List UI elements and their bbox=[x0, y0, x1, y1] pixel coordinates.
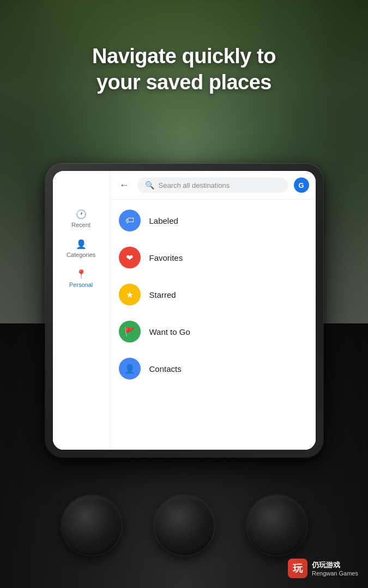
user-avatar[interactable]: G bbox=[294, 177, 309, 193]
search-input-wrapper[interactable]: 🔍 Search all destinations bbox=[137, 177, 288, 193]
favorites-label: Favorites bbox=[149, 253, 183, 262]
back-arrow-icon: ← bbox=[119, 180, 129, 191]
device-container: Erika-Mann-Straße 🕐 Recent 👤 Categories … bbox=[45, 163, 323, 457]
device-home-bar bbox=[162, 444, 206, 446]
list-item-favorites[interactable]: ❤ Favorites bbox=[110, 239, 316, 276]
dash-circle-left bbox=[62, 495, 122, 555]
search-icon: 🔍 bbox=[145, 181, 154, 189]
list-item-contacts[interactable]: 👤 Contacts bbox=[110, 350, 316, 387]
avatar-initial: G bbox=[298, 181, 304, 189]
sidebar-item-personal[interactable]: 📍 Personal bbox=[53, 264, 110, 293]
favorites-icon: ❤ bbox=[119, 247, 141, 268]
sidebar-recent-label: Recent bbox=[71, 222, 91, 228]
dashboard-circles bbox=[62, 495, 307, 555]
watermark-text: 仍玩游戏 Rengwan Games bbox=[312, 560, 358, 577]
starred-icon: ★ bbox=[119, 284, 141, 305]
watermark-line1: 仍玩游戏 bbox=[312, 560, 358, 570]
want-to-go-label: Want to Go bbox=[149, 327, 190, 336]
sidebar: 🕐 Recent 👤 Categories 📍 Personal bbox=[53, 171, 110, 450]
device-frame: Erika-Mann-Straße 🕐 Recent 👤 Categories … bbox=[45, 163, 323, 457]
sidebar-item-categories[interactable]: 👤 Categories bbox=[53, 234, 110, 264]
watermark-line2: Rengwan Games bbox=[312, 570, 358, 577]
sidebar-item-recent[interactable]: 🕐 Recent bbox=[53, 204, 110, 234]
dash-circle-right bbox=[247, 495, 307, 555]
search-bar-row: ← 🔍 Search all destinations G bbox=[110, 171, 316, 200]
back-button[interactable]: ← bbox=[117, 177, 132, 193]
title-text: Navigate quickly to your saved places bbox=[0, 44, 368, 95]
contacts-icon: 👤 bbox=[119, 358, 141, 379]
content-area: ← 🔍 Search all destinations G bbox=[110, 171, 316, 450]
sidebar-personal-label: Personal bbox=[69, 281, 93, 288]
device-screen: Erika-Mann-Straße 🕐 Recent 👤 Categories … bbox=[53, 171, 316, 450]
dash-circle-center bbox=[154, 495, 214, 555]
personal-icon: 📍 bbox=[76, 269, 87, 279]
sidebar-categories-label: Categories bbox=[67, 252, 95, 258]
title-line2: your saved places bbox=[96, 71, 272, 94]
labeled-icon: 🏷 bbox=[119, 210, 141, 231]
title-section: Navigate quickly to your saved places bbox=[0, 44, 368, 95]
list-item-labeled[interactable]: 🏷 Labeled bbox=[110, 202, 316, 239]
watermark: 玩 仍玩游戏 Rengwan Games bbox=[288, 559, 358, 578]
destinations-list: 🏷 Labeled ❤ Favorites ★ bbox=[110, 200, 316, 450]
list-item-starred[interactable]: ★ Starred bbox=[110, 276, 316, 313]
main-panel: 🕐 Recent 👤 Categories 📍 Personal bbox=[53, 171, 316, 450]
list-item-want-to-go[interactable]: 🚩 Want to Go bbox=[110, 313, 316, 350]
recent-icon: 🕐 bbox=[76, 209, 87, 219]
title-line1: Navigate quickly to bbox=[92, 45, 276, 68]
labeled-label: Labeled bbox=[149, 216, 178, 225]
want-to-go-icon: 🚩 bbox=[119, 321, 141, 342]
contacts-label: Contacts bbox=[149, 364, 182, 373]
watermark-logo: 玩 bbox=[288, 559, 307, 578]
categories-icon: 👤 bbox=[76, 239, 87, 249]
starred-label: Starred bbox=[149, 290, 176, 299]
search-placeholder-text: Search all destinations bbox=[159, 181, 281, 189]
